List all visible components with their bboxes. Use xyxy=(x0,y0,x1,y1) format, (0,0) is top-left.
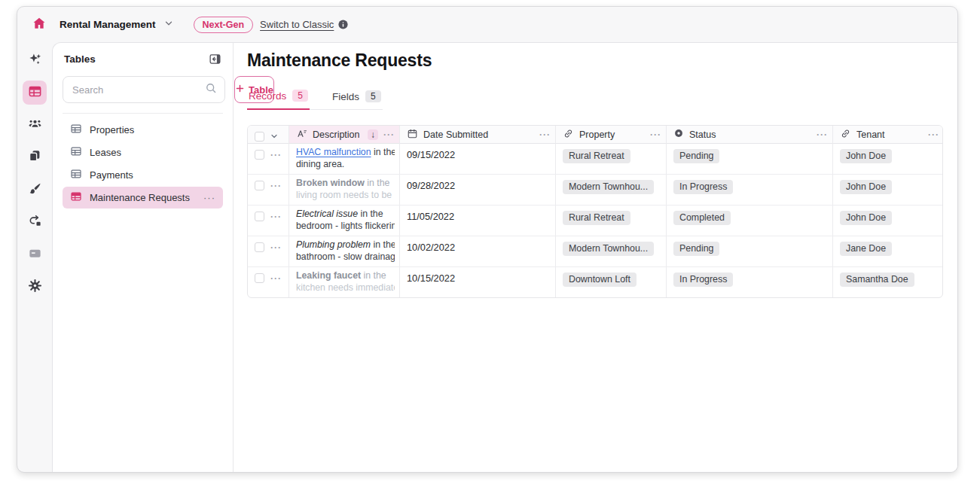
home-icon xyxy=(32,16,47,34)
column-menu-icon[interactable]: ··· xyxy=(928,129,939,140)
status-badge: Completed xyxy=(673,211,731,225)
automation-icon xyxy=(28,214,42,231)
base-menu-button[interactable] xyxy=(163,18,174,32)
column-header-tenant[interactable]: Tenant ··· xyxy=(833,126,943,144)
rail-button-ai-sparkles[interactable] xyxy=(23,48,47,72)
status-cell[interactable]: In Progress xyxy=(667,175,833,205)
records-grid: Description ↓ ··· Date Submitted ··· Pro… xyxy=(247,125,943,298)
date-submitted-cell[interactable]: 09/15/2022 xyxy=(400,144,556,174)
tenant-cell[interactable]: John Doe xyxy=(833,175,943,205)
settings-gear-icon xyxy=(28,279,42,296)
table-item-menu-icon[interactable]: ··· xyxy=(203,192,215,203)
table-row[interactable]: ··· Broken window in the living room nee… xyxy=(248,175,942,205)
table-item-label: Properties xyxy=(90,124,215,135)
status-cell[interactable]: Pending xyxy=(667,144,833,174)
date-submitted-cell[interactable]: 10/15/2022 xyxy=(400,267,556,297)
description-cell[interactable]: Electrical issue in the bedroom - lights… xyxy=(289,205,400,236)
property-cell[interactable]: Modern Townhou... xyxy=(556,175,667,205)
rail-button-design-brush[interactable] xyxy=(23,178,47,202)
property-cell[interactable]: Downtown Loft xyxy=(556,267,667,297)
tab-label: Records xyxy=(249,90,286,102)
rail-button-settings-gear[interactable] xyxy=(23,275,47,299)
tenant-cell[interactable]: John Doe xyxy=(833,205,943,236)
column-menu-icon[interactable]: ··· xyxy=(817,129,828,140)
table-item-payments[interactable]: Payments··· xyxy=(63,164,223,186)
main-area: Maintenance Requests Records5Fields5 Des… xyxy=(234,43,957,472)
collapse-panel-icon[interactable] xyxy=(209,53,221,65)
expand-row-icon[interactable]: ··· xyxy=(270,150,282,160)
header-select-cell[interactable] xyxy=(248,126,289,144)
status-cell[interactable]: Pending xyxy=(667,236,833,266)
topbar: Rental Management Next-Gen Switch to Cla… xyxy=(17,7,957,42)
table-item-leases[interactable]: Leases··· xyxy=(63,142,223,163)
rail-button-collaborators[interactable] xyxy=(23,113,47,137)
column-header-date-submitted[interactable]: Date Submitted ··· xyxy=(400,126,556,144)
row-select-cell: ··· xyxy=(248,267,289,297)
property-cell[interactable]: Rural Retreat xyxy=(556,144,667,174)
table-row[interactable]: ··· Leaking faucet in the kitchen needs … xyxy=(248,267,942,297)
tenant-cell[interactable]: John Doe xyxy=(833,144,943,174)
status-cell[interactable]: In Progress xyxy=(667,267,833,297)
column-header-property[interactable]: Property ··· xyxy=(556,126,667,144)
row-checkbox[interactable] xyxy=(255,242,264,252)
row-checkbox[interactable] xyxy=(255,150,264,160)
switch-to-classic-link[interactable]: Switch to Classic xyxy=(260,19,334,30)
info-icon[interactable] xyxy=(338,20,348,29)
column-label: Tenant xyxy=(856,129,923,140)
column-header-description[interactable]: Description ↓ ··· xyxy=(289,126,400,144)
property-cell[interactable]: Rural Retreat xyxy=(556,205,667,236)
tenant-cell[interactable]: Samantha Doe xyxy=(833,267,943,297)
description-cell[interactable]: Plumbing problem in the bathroom - slow … xyxy=(289,236,400,266)
home-button[interactable] xyxy=(29,15,49,35)
table-row[interactable]: ··· HVAC malfunction in the dining area.… xyxy=(248,144,942,175)
date-submitted-cell[interactable]: 09/28/2022 xyxy=(400,175,556,205)
app-window: Rental Management Next-Gen Switch to Cla… xyxy=(17,6,958,473)
expand-row-icon[interactable]: ··· xyxy=(270,181,282,191)
description-cell[interactable]: Broken window in the living room needs t… xyxy=(289,175,400,205)
table-icon xyxy=(70,123,82,137)
table-item-maintenance-requests[interactable]: Maintenance Requests··· xyxy=(63,187,223,209)
rail-button-billing-card[interactable] xyxy=(23,242,47,266)
description-cell[interactable]: Leaking faucet in the kitchen needs imme… xyxy=(289,267,400,297)
tenant-cell[interactable]: Jane Doe xyxy=(833,236,943,266)
expand-row-icon[interactable]: ··· xyxy=(270,242,282,253)
status-cell[interactable]: Completed xyxy=(667,205,833,236)
rail-button-automation[interactable] xyxy=(23,210,47,234)
collaborators-icon xyxy=(28,117,42,134)
tab-fields[interactable]: Fields5 xyxy=(331,90,383,110)
row-checkbox[interactable] xyxy=(255,212,264,221)
description-cell[interactable]: HVAC malfunction in the dining area. xyxy=(289,144,400,174)
date-submitted-cell[interactable]: 11/05/2022 xyxy=(400,205,556,236)
search-input[interactable] xyxy=(72,84,205,96)
row-checkbox[interactable] xyxy=(255,273,264,283)
expand-row-icon[interactable]: ··· xyxy=(270,273,282,284)
description-line2: kitchen needs immediate xyxy=(296,282,395,294)
column-label: Description xyxy=(313,129,362,140)
table-item-properties[interactable]: Properties··· xyxy=(63,119,223,141)
column-menu-icon[interactable]: ··· xyxy=(650,129,661,140)
column-header-status[interactable]: Status ··· xyxy=(667,126,833,144)
status-badge: In Progress xyxy=(673,180,733,194)
table-row[interactable]: ··· Electrical issue in the bedroom - li… xyxy=(248,205,942,236)
description-line1: Broken window in the xyxy=(296,178,395,190)
property-cell[interactable]: Modern Townhou... xyxy=(556,236,667,266)
row-select-cell: ··· xyxy=(248,205,289,236)
expand-row-icon[interactable]: ··· xyxy=(270,212,282,222)
tab-records[interactable]: Records5 xyxy=(247,90,310,110)
table-row[interactable]: ··· Plumbing problem in the bathroom - s… xyxy=(248,236,942,267)
billing-card-icon xyxy=(28,246,42,263)
rail-button-templates[interactable] xyxy=(23,145,47,169)
select-all-checkbox[interactable] xyxy=(255,132,264,142)
column-label: Status xyxy=(689,129,811,140)
chevron-down-icon[interactable] xyxy=(270,132,279,141)
column-menu-icon[interactable]: ··· xyxy=(383,129,395,140)
sort-desc-icon[interactable]: ↓ xyxy=(368,129,378,140)
row-checkbox[interactable] xyxy=(255,181,264,190)
description-line1: HVAC malfunction in the xyxy=(296,147,395,159)
date-submitted-cell[interactable]: 10/02/2022 xyxy=(400,236,556,266)
rail-button-tables[interactable] xyxy=(23,81,47,105)
table-search[interactable] xyxy=(63,76,225,103)
tenant-chip: John Doe xyxy=(840,149,892,163)
column-menu-icon[interactable]: ··· xyxy=(539,129,551,140)
icon-rail xyxy=(17,42,52,472)
